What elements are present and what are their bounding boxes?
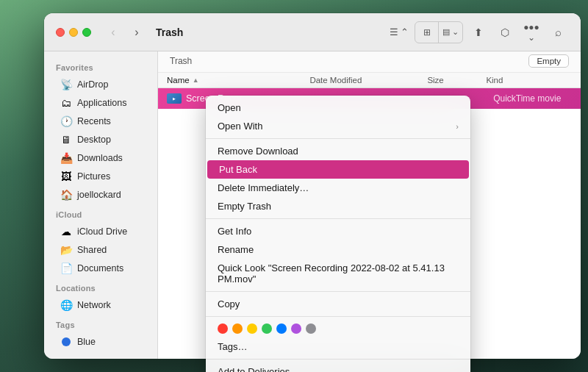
sidebar-item-network[interactable]: 🌐 Network [49, 296, 153, 314]
nav-buttons: ‹ › [103, 22, 147, 43]
minimize-button[interactable] [69, 28, 78, 37]
date-column-header[interactable]: Date Modified [309, 76, 427, 85]
desktop-icon: 🖥 [60, 134, 72, 146]
pictures-icon: 🖼 [60, 171, 72, 182]
sidebar-item-icloud-drive[interactable]: ☁ iCloud Drive [49, 223, 153, 240]
sidebar-item-applications[interactable]: 🗂 Applications [49, 94, 153, 112]
context-menu-get-info[interactable]: Get Info [206, 222, 470, 240]
kind-column-header[interactable]: Kind [486, 76, 572, 85]
tags-label: Tags [44, 315, 157, 332]
blue-tag-icon [60, 336, 72, 348]
sidebar-item-pictures[interactable]: 🖼 Pictures [49, 168, 153, 185]
downloads-icon: 📥 [60, 152, 72, 164]
sidebar-item-blue-tag[interactable]: Blue [49, 333, 153, 351]
network-label: Network [77, 300, 111, 310]
sidebar-item-documents[interactable]: 📄 Documents [49, 260, 153, 277]
shared-label: Shared [77, 245, 107, 255]
forward-button[interactable]: › [126, 22, 147, 43]
back-button[interactable]: ‹ [103, 22, 123, 43]
sort-arrow-icon: ▲ [193, 76, 199, 84]
pictures-label: Pictures [77, 171, 110, 182]
tag-green[interactable] [262, 323, 272, 334]
locations-label: Locations [44, 278, 157, 296]
icloud-drive-label: iCloud Drive [77, 226, 127, 237]
tag-orange[interactable] [232, 323, 243, 334]
submenu-arrow-icon: › [456, 122, 459, 131]
separator-5 [206, 359, 470, 360]
documents-icon: 📄 [60, 262, 72, 274]
column-headers: Name ▲ Date Modified Size Kind [158, 73, 581, 88]
file-thumbnail [167, 93, 182, 104]
maximize-button[interactable] [82, 28, 91, 37]
traffic-lights [56, 28, 91, 37]
close-button[interactable] [56, 28, 65, 37]
tag-gray[interactable] [306, 323, 316, 334]
size-column-header[interactable]: Size [427, 76, 486, 85]
sidebar-item-airdrop[interactable]: 📡 AirDrop [49, 76, 153, 93]
icloud-drive-icon: ☁ [60, 226, 72, 237]
file-kind: QuickTime movie [493, 93, 572, 104]
applications-icon: 🗂 [60, 97, 72, 109]
breadcrumb: Trash Empty [158, 51, 581, 73]
sidebar-item-shared[interactable]: 📂 Shared [49, 241, 153, 259]
tag-yellow[interactable] [247, 323, 257, 334]
action-button[interactable]: ●●● ⌄ [520, 22, 542, 43]
title-bar: ‹ › Trash ☰ ⌃ ⊞ ▤ ⌄ ⬆ ⬡ ●●● ⌄ ⌕ [44, 13, 581, 51]
share-button[interactable]: ⬆ [467, 22, 490, 43]
icon-view-button[interactable]: ⊞ [415, 22, 439, 43]
context-menu-put-back[interactable]: Put Back [207, 160, 469, 179]
context-menu-remove-download[interactable]: Remove Download [206, 142, 470, 160]
airdrop-label: AirDrop [77, 79, 108, 90]
empty-trash-button[interactable]: Empty [528, 54, 569, 68]
documents-label: Documents [77, 263, 123, 273]
sidebar-item-desktop[interactable]: 🖥 Desktop [49, 131, 153, 149]
tag-purple[interactable] [291, 323, 301, 334]
blue-tag-label: Blue [77, 337, 96, 347]
list-view-button[interactable]: ▤ ⌄ [439, 22, 462, 43]
sidebar-item-home[interactable]: 🏠 joellockard [49, 186, 153, 204]
desktop-label: Desktop [77, 135, 111, 145]
context-menu-delete-immediately[interactable]: Delete Immediately… [206, 179, 470, 197]
home-label: joellockard [77, 190, 121, 200]
separator-1 [206, 138, 470, 139]
context-menu-open[interactable]: Open [206, 99, 470, 117]
context-menu-tags-row [206, 320, 470, 337]
downloads-label: Downloads [77, 153, 123, 163]
toolbar-actions: ☰ ⌃ ⊞ ▤ ⌄ ⬆ ⬡ ●●● ⌄ ⌕ [388, 21, 569, 43]
icloud-label: iCloud [44, 204, 157, 222]
context-menu-rename[interactable]: Rename [206, 240, 470, 259]
context-menu: Open Open With › Remove Download Put Bac… [206, 96, 470, 372]
search-button[interactable]: ⌕ [547, 22, 569, 43]
sidebar-item-downloads[interactable]: 📥 Downloads [49, 149, 153, 167]
name-column-header[interactable]: Name ▲ [167, 76, 309, 85]
recents-label: Recents [77, 116, 111, 126]
context-menu-tags[interactable]: Tags… [206, 337, 470, 356]
airdrop-icon: 📡 [60, 79, 72, 90]
context-menu-open-with[interactable]: Open With › [206, 117, 470, 135]
separator-2 [206, 218, 470, 219]
tag-blue[interactable] [276, 323, 287, 334]
sidebar: Favorites 📡 AirDrop 🗂 Applications 🕐 Rec… [44, 51, 158, 359]
shared-icon: 📂 [60, 244, 72, 256]
favorites-label: Favorites [44, 57, 157, 75]
context-menu-quick-look[interactable]: Quick Look "Screen Recording 2022-08-02 … [206, 259, 470, 288]
context-menu-add-deliveries[interactable]: Add to Deliveries [206, 362, 470, 372]
view-toggle: ⊞ ▤ ⌄ [415, 21, 463, 43]
sidebar-item-recents[interactable]: 🕐 Recents [49, 112, 153, 130]
tag-button[interactable]: ⬡ [494, 22, 516, 43]
network-icon: 🌐 [60, 299, 72, 311]
context-menu-empty-trash[interactable]: Empty Trash [206, 197, 470, 215]
context-menu-copy[interactable]: Copy [206, 295, 470, 313]
separator-3 [206, 291, 470, 292]
home-icon: 🏠 [60, 189, 72, 201]
applications-label: Applications [77, 98, 126, 108]
list-options-button[interactable]: ☰ ⌃ [388, 22, 410, 43]
separator-4 [206, 316, 470, 317]
window-title: Trash [156, 26, 382, 38]
recents-icon: 🕐 [60, 115, 72, 127]
tag-red[interactable] [218, 323, 228, 334]
